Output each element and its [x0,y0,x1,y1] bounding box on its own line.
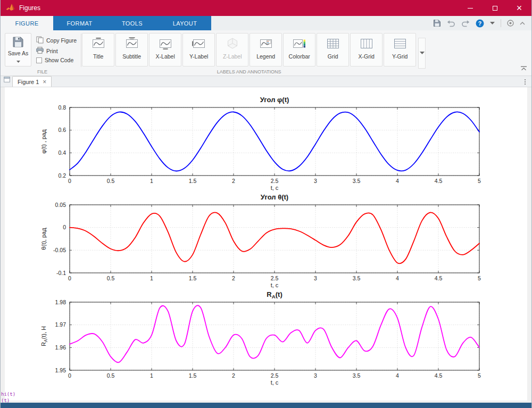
svg-text:1: 1 [150,178,153,184]
help-icon[interactable]: ? [476,19,484,28]
maximize-icon [493,6,497,11]
plot-title: RA(t) [267,290,282,299]
svg-text:0.05: 0.05 [55,202,66,208]
svg-text:4.5: 4.5 [435,372,443,379]
svg-text:-0.05: -0.05 [53,247,66,253]
ribbon: Save As Copy Figure Print Show Code [1,30,531,76]
labels-annotations-section: TitleSubtitleX-LabelY-LabelZ-LabelLegend… [81,30,417,76]
x-grid-icon [360,37,373,51]
close-button[interactable]: × [507,0,531,16]
title-icon [92,37,105,51]
ribbon-button-legend[interactable]: Legend [250,33,282,66]
window-controls: × [458,0,531,16]
canvas-background: 00.511.522.533.544.550.20.40.60.8Угол φ(… [1,87,531,403]
svg-text:2: 2 [232,178,235,184]
svg-text:1.5: 1.5 [189,178,197,184]
svg-text:0: 0 [68,275,71,281]
plot-title: Угол θ(t) [261,193,288,201]
ribbon-button-label: X-Label [156,53,175,60]
ribbon-button-x-label[interactable]: X-Label [149,33,181,66]
figure-tab[interactable]: Figure 1 × [12,76,52,87]
ribbon-tab-figure[interactable]: FIGURE [1,16,53,30]
show-code-checkbox[interactable]: Show Code [36,57,77,63]
svg-text:1: 1 [150,372,153,379]
svg-text:2: 2 [232,372,235,379]
ribbon-tab-format[interactable]: FORMAT [53,16,106,30]
minimize-button[interactable] [458,0,483,16]
ribbon-button-label: Y-Grid [392,53,408,60]
plot-title: Угол φ(t) [260,96,289,104]
document-tab-strip: Figure 1 × [1,76,531,87]
svg-text:3: 3 [314,275,317,281]
ribbon-tab-row: FIGUREFORMATTOOLSLAYOUT ? [1,16,531,30]
copy-figure-button[interactable]: Copy Figure [36,36,77,45]
svg-text:1: 1 [150,275,153,281]
file-section: Save As Copy Figure Print Show Code [1,30,81,76]
svg-text:4: 4 [396,275,399,281]
undo-icon[interactable] [447,20,455,27]
ribbon-button-label: Z-Label [223,53,242,60]
svg-text:1.5: 1.5 [189,275,197,281]
svg-text:2.5: 2.5 [271,275,279,281]
file-section-label: FILE [4,68,81,76]
collapse-ribbon-button[interactable] [520,63,527,73]
ribbon-button-label: Grid [328,53,338,60]
ribbon-button-grid[interactable]: Grid [317,33,349,66]
svg-text:1.97: 1.97 [55,321,66,328]
plot-xlabel: t, с [271,379,279,386]
circle-icon[interactable] [507,20,514,27]
svg-text:2.5: 2.5 [271,178,279,184]
redo-icon[interactable] [461,20,470,27]
grid-icon [326,37,340,51]
more-options-icon[interactable] [523,78,527,86]
quick-access-toolbar: ? [211,16,531,30]
save-as-label: Save As [8,50,29,56]
matlab-logo-icon [6,3,15,13]
ribbon-button-x-grid[interactable]: X-Grid [350,33,383,66]
svg-text:0: 0 [68,178,71,184]
svg-text:0.2: 0.2 [58,172,66,179]
svg-text:0: 0 [68,372,71,379]
close-figure-tab-icon[interactable]: × [43,78,46,86]
ribbon-button-z-label: Z-Label [216,33,248,66]
svg-text:0.5: 0.5 [107,178,115,184]
chevron-down-icon[interactable] [490,22,495,24]
ribbon-button-colorbar[interactable]: Colorbar [283,33,315,66]
save-icon[interactable] [433,19,441,27]
y-grid-icon [393,37,407,51]
figure-canvas: 00.511.522.533.544.550.20.40.60.8Угол φ(… [5,87,527,401]
show-code-label: Show Code [45,57,73,63]
svg-text:0.5: 0.5 [107,275,115,281]
plot-3: 00.511.522.533.544.551.951.961.971.98RA(… [9,288,525,387]
svg-text:4: 4 [396,178,399,184]
svg-text:3.5: 3.5 [353,178,361,184]
ribbon-button-y-label[interactable]: Y-Label [182,33,215,66]
save-as-button[interactable]: Save As [5,33,31,66]
svg-text:1.95: 1.95 [55,367,66,373]
titlebar: Figures × [1,0,531,16]
section-overflow-button[interactable] [418,38,426,69]
figure-tab-label: Figure 1 [18,79,39,85]
save-as-icon [12,36,24,49]
ribbon-button-y-grid[interactable]: Y-Grid [384,33,416,66]
ribbon-button-subtitle[interactable]: Subtitle [115,33,148,66]
minimize-icon [468,8,473,9]
panel-icon[interactable] [4,75,10,85]
ribbon-tab-tools[interactable]: TOOLS [106,16,159,30]
chevron-down-icon [16,57,20,64]
print-label: Print [46,48,58,54]
ribbon-tab-bar: FIGUREFORMATTOOLSLAYOUT [1,16,211,30]
maximize-button[interactable] [483,0,507,16]
labels-section-label: LABELS AND ANNOTATIONS [81,68,417,76]
x-label-icon [159,37,172,51]
svg-text:3.5: 3.5 [353,372,361,379]
ribbon-button-label: Y-Label [189,53,208,60]
chevron-up-icon[interactable] [520,22,525,25]
print-button[interactable]: Print [36,47,77,55]
ribbon-tab-layout[interactable]: LAYOUT [159,16,211,30]
ribbon-button-title[interactable]: Title [82,33,114,66]
copy-icon [36,36,44,45]
copy-figure-label: Copy Figure [46,37,77,44]
figures-window: Figures × FIGUREFORMATTOOLSLAYOUT ? Sav [0,0,532,408]
svg-text:2.5: 2.5 [271,372,279,379]
